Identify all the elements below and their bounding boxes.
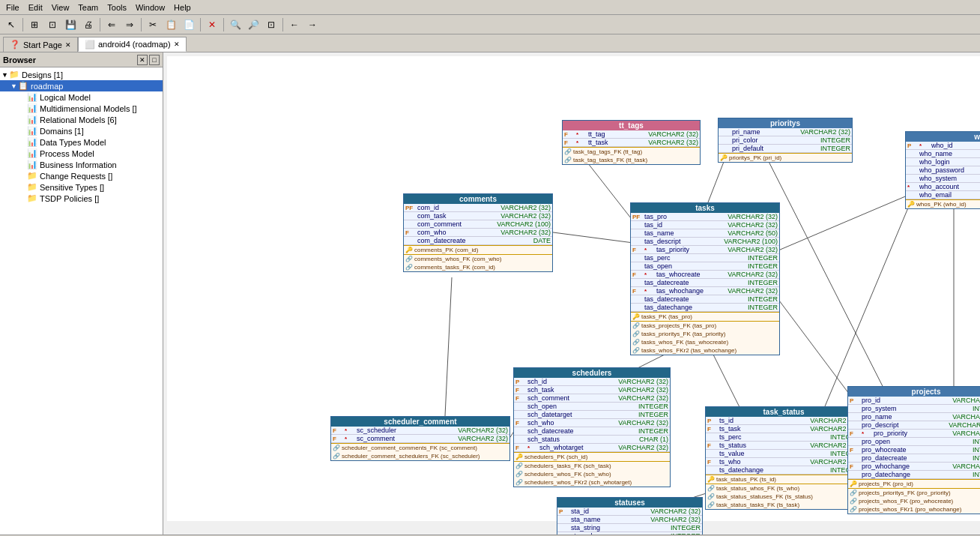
tree-sensitive[interactable]: 📁 Sensitive Types [] [0, 181, 163, 193]
zoom-in-tool[interactable]: 🔎 [245, 17, 261, 32]
datatypes-icon: 📊 [27, 137, 37, 147]
menu-window[interactable]: Window [131, 1, 169, 13]
sta-row-4: sta_color INTEGER [557, 532, 702, 535]
pro-row-5: F * pro_priority VARCHAR2 (32) [848, 430, 980, 438]
tree-arrow-dt [19, 139, 27, 146]
sensitive-icon: 📁 [27, 182, 37, 192]
copy-tool[interactable]: 📋 [163, 17, 179, 32]
sch-row-6: F sch_who VARCHAR2 (32) [514, 419, 670, 427]
print-tool[interactable]: 🖨 [80, 17, 97, 32]
domains-icon: 📊 [27, 126, 37, 136]
comments-fk-2: 🔗 comments_tasks_FK (com_id) [404, 263, 552, 271]
whos-header: whos [906, 132, 980, 142]
tree-dom-label: Domains [1] [40, 127, 84, 136]
zoom-fit-tool[interactable]: ⊡ [263, 17, 279, 32]
schedulers-body: P sch_id VARCHAR2 (32) F sch_task VARCHA… [514, 378, 670, 452]
tree-tsdp[interactable]: 📁 TSDP Policies [] [0, 193, 163, 204]
tree-dt-label: Data Types Model [40, 138, 106, 147]
cut-tool[interactable]: ✂ [145, 17, 161, 32]
tree-roadmap[interactable]: ▼ 📋 roadmap [0, 80, 163, 91]
comments-body: PF com_id VARCHAR2 (32) com_task VARCHAR… [404, 204, 552, 245]
tree-item-label: Designs [1] [22, 70, 63, 79]
table-tasks[interactable]: tasks PF tas_pro VARCHAR2 (32) tas_id VA… [630, 202, 780, 355]
table-statuses[interactable]: statuses P sta_id VARCHAR2 (32) sta_name… [557, 497, 703, 535]
forward-tool[interactable]: ⇒ [121, 17, 138, 32]
grid-tool[interactable]: ⊞ [26, 17, 43, 32]
save-tool[interactable]: 💾 [62, 17, 79, 32]
task-status-body: P ts_id VARCHAR2 (32) F ts_task VARCHAR2… [706, 417, 862, 475]
prioritys-header: prioritys [719, 118, 852, 128]
tree-arrow-pm [19, 150, 27, 157]
comments-pks: 🔑 comments_PK (com_id) [404, 245, 552, 254]
sch-row-1: P sch_id VARCHAR2 (32) [514, 378, 670, 386]
tree-business-info[interactable]: 📊 Business Information [0, 159, 163, 170]
tree-bi-label: Business Information [40, 160, 117, 169]
tree-designs[interactable]: ▼ 📁 Designs [1] [0, 69, 163, 80]
table-task-status[interactable]: task_status P ts_id VARCHAR2 (32) F ts_t… [705, 406, 862, 510]
zoom-out-tool[interactable]: 🔍 [227, 17, 244, 32]
sc-row-2: F * sc_comment VARCHAR2 (32) [331, 435, 509, 443]
nav-right-tool[interactable]: → [304, 17, 321, 32]
table-scheduler-comment[interactable]: scheduler_comment F * sc_scheduler VARCH… [330, 416, 510, 461]
pro-row-3: pro_name VARCHAR2 (50) [848, 413, 980, 421]
tab-android4-close[interactable]: ✕ [174, 40, 180, 48]
table-whos[interactable]: whos P * who_id VARCHAR2 (32) who_name V… [905, 131, 980, 209]
tree-change-requests[interactable]: 📁 Change Requests [] [0, 170, 163, 181]
menu-team[interactable]: Team [73, 1, 103, 13]
sc-fk-2: 🔗 scheduler_comment_schedulers_FK (sc_sc… [331, 452, 509, 460]
tasks-row-3: tas_name VARCHAR2 (50) [631, 229, 779, 238]
tasks-row-2: tas_id VARCHAR2 (32) [631, 221, 779, 229]
sch-row-8: sch_status CHAR (1) [514, 436, 670, 444]
tree-process[interactable]: 📊 Process Model [0, 148, 163, 159]
sep3 [141, 18, 142, 31]
tree-pm-label: Process Model [40, 149, 94, 158]
table-prioritys[interactable]: prioritys pri_name VARCHAR2 (32) pri_col… [718, 118, 853, 163]
tab-start-icon: ❓ [10, 40, 20, 49]
ts-row-5: ts_value INTEGER [706, 450, 862, 458]
tab-start-close[interactable]: ✕ [65, 41, 71, 49]
paste-tool[interactable]: 📄 [181, 17, 197, 32]
pro-row-2: pro_system INTEGER [848, 405, 980, 413]
whos-row-6: * who_account VARCHAR2 [906, 183, 980, 191]
tree-datatypes[interactable]: 📊 Data Types Model [0, 136, 163, 148]
multidim-icon: 📊 [27, 103, 37, 113]
cursor-tool[interactable]: ↖ [3, 17, 19, 32]
diagram-canvas: tt_tags F * tt_tag VARCHAR2 (32) F * tt_… [167, 56, 980, 521]
view-tool[interactable]: ⊡ [44, 17, 61, 32]
tab-start-page[interactable]: ❓ Start Page ✕ [3, 37, 78, 52]
ts-row-2: F ts_task VARCHAR2 (32) [706, 425, 862, 433]
canvas-area[interactable]: tt_tags F * tt_tag VARCHAR2 (32) F * tt_… [163, 52, 980, 535]
prioritys-row-2: pri_color INTEGER [719, 136, 852, 145]
menu-help[interactable]: Help [169, 1, 196, 13]
table-projects[interactable]: projects P pro_id VARCHAR2 (32) pro_syst… [847, 386, 980, 514]
nav-left-tool[interactable]: ← [286, 17, 303, 32]
back-tool[interactable]: ⇐ [103, 17, 120, 32]
table-schedulers[interactable]: schedulers P sch_id VARCHAR2 (32) F sch_… [513, 367, 671, 487]
logical-model-icon: 📊 [27, 92, 37, 102]
browser-close-btn[interactable]: ✕ [137, 55, 148, 65]
ts-row-1: P ts_id VARCHAR2 (32) [706, 417, 862, 425]
browser-expand-btn[interactable]: □ [149, 55, 160, 65]
table-tt-tags[interactable]: tt_tags F * tt_tag VARCHAR2 (32) F * tt_… [562, 120, 701, 165]
sc-fks: 🔗 scheduler_comment_comments_FK (sc_comm… [331, 443, 509, 460]
table-comments[interactable]: comments PF com_id VARCHAR2 (32) com_tas… [403, 193, 553, 272]
tree-domains[interactable]: 📊 Domains [1] [0, 125, 163, 136]
tab-android4[interactable]: ⬜ android4 (roadmap) ✕ [78, 37, 187, 52]
ts-pk-1: 🔑 task_status_PK (ts_id) [706, 475, 862, 484]
ts-row-6: F ts_who VARCHAR2 (32) [706, 458, 862, 466]
undo-tool[interactable]: ✕ [204, 17, 220, 32]
menu-view[interactable]: View [47, 1, 74, 13]
tree-relational[interactable]: 📊 Relational Models [6] [0, 114, 163, 125]
menu-file[interactable]: File [1, 1, 24, 13]
sch-row-2: F sch_task VARCHAR2 (32) [514, 386, 670, 394]
toolbar: ↖ ⊞ ⊡ 💾 🖨 ⇐ ⇒ ✂ 📋 📄 ✕ 🔍 🔎 ⊡ ← → [0, 15, 980, 34]
comments-row-3: com_comment VARCHAR2 (100) [404, 220, 552, 229]
prioritys-pks: 🔑 prioritys_PK (pri_id) [719, 153, 852, 162]
tasks-row-4: tas_descript VARCHAR2 (100) [631, 238, 779, 246]
pro-row-4: pro_descript VARCHAR2 (100) [848, 421, 980, 430]
menu-edit[interactable]: Edit [24, 1, 47, 13]
tree-logical-model[interactable]: 📊 Logical Model [0, 91, 163, 103]
tree-multidim[interactable]: 📊 Multidimensional Models [] [0, 103, 163, 114]
projects-fks: 🔗 projects_prioritys_FK (pro_priority) 🔗… [848, 488, 980, 514]
menu-tools[interactable]: Tools [103, 1, 131, 13]
